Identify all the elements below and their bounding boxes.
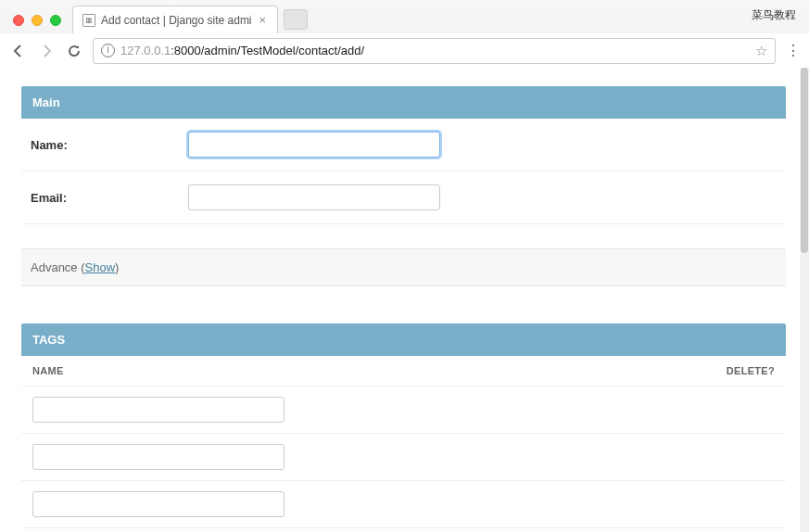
forward-button[interactable] [37, 42, 56, 60]
tag-name-input[interactable] [32, 397, 284, 423]
vertical-scrollbar[interactable] [800, 68, 809, 532]
scrollbar-thumb[interactable] [801, 68, 808, 253]
table-row [21, 481, 786, 528]
advance-suffix: ) [115, 260, 119, 274]
field-row-email: Email: [21, 171, 786, 224]
arrow-right-icon [39, 44, 54, 58]
site-info-icon[interactable]: i [101, 44, 115, 57]
maximize-window-button[interactable] [50, 15, 61, 26]
table-row [21, 434, 786, 481]
reload-icon [67, 44, 82, 58]
table-row [21, 386, 786, 434]
add-another-row[interactable]: +Add another Tag [21, 528, 786, 532]
tags-table-header: NAME DELETE? [21, 356, 786, 386]
arrow-left-icon [11, 44, 26, 58]
page-icon: 🗎 [82, 14, 95, 27]
tag-name-input[interactable] [32, 491, 284, 517]
advance-show-link[interactable]: Show [85, 260, 116, 274]
name-label: Name: [31, 138, 188, 152]
browser-toolbar: i 127.0.0.1:8000/admin/TestModel/contact… [0, 33, 809, 68]
address-bar[interactable]: i 127.0.0.1:8000/admin/TestModel/contact… [93, 38, 776, 64]
email-label: Email: [31, 191, 188, 205]
tags-col-name: NAME [32, 365, 727, 376]
bookmark-star-icon[interactable]: ☆ [755, 43, 767, 59]
extension-label: 菜鸟教程 [752, 7, 796, 23]
tags-col-delete: DELETE? [727, 365, 775, 376]
window-controls [6, 15, 69, 33]
name-input[interactable] [188, 132, 440, 158]
main-fieldset: Main Name: Email: [21, 86, 786, 224]
browser-menu-button[interactable]: ⋮ [785, 42, 800, 59]
advance-prefix: Advance ( [31, 260, 85, 274]
browser-chrome: 🗎 Add contact | Django site admi × 菜鸟教程 … [0, 0, 809, 68]
advance-collapse-bar: Advance (Show) [21, 248, 786, 286]
page-content: Main Name: Email: Advance (Show) TAGS NA… [0, 68, 809, 532]
url-text: 127.0.0.1:8000/admin/TestModel/contact/a… [120, 44, 750, 57]
email-input[interactable] [188, 184, 440, 210]
close-tab-icon[interactable]: × [258, 13, 269, 27]
tag-name-input[interactable] [32, 444, 284, 470]
tab-title: Add contact | Django site admi [101, 14, 252, 27]
main-fieldset-title: Main [21, 86, 786, 119]
browser-tab[interactable]: 🗎 Add contact | Django site admi × [72, 6, 278, 33]
tab-strip: 🗎 Add contact | Django site admi × 菜鸟教程 [0, 0, 809, 33]
new-tab-button[interactable] [284, 9, 308, 30]
minimize-window-button[interactable] [32, 15, 43, 26]
close-window-button[interactable] [13, 15, 24, 26]
field-row-name: Name: [21, 119, 786, 171]
back-button[interactable] [9, 42, 28, 60]
tags-fieldset-title: TAGS [21, 323, 786, 356]
reload-button[interactable] [65, 42, 83, 60]
tags-inline: TAGS NAME DELETE? +Add another Tag [21, 323, 786, 532]
